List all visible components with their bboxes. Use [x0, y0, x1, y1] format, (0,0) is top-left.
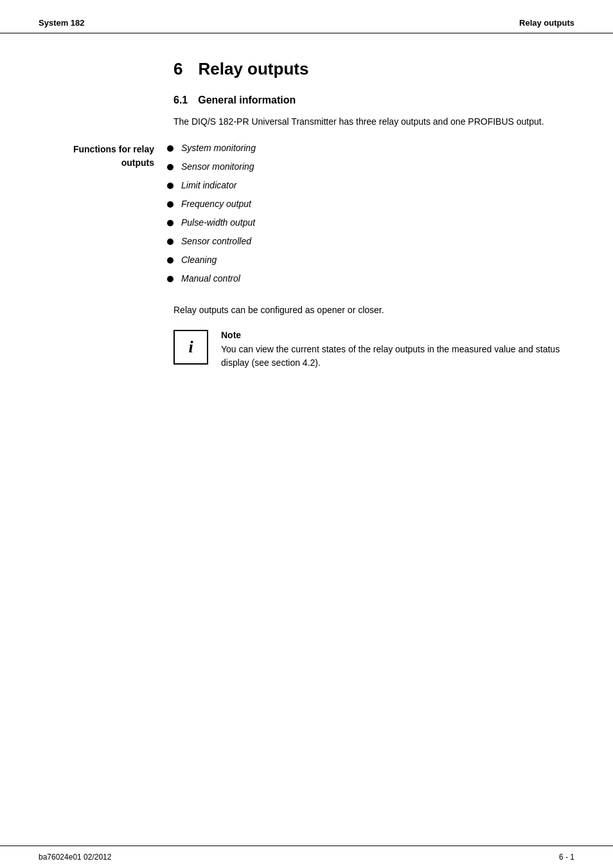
list-item: Cleaning — [167, 253, 574, 267]
bullet-item-text: Cleaning — [181, 253, 217, 267]
bullet-dot-icon — [167, 257, 173, 264]
bullet-dot-icon — [167, 220, 173, 226]
page-footer: ba76024e01 02/2012 6 - 1 — [0, 845, 613, 868]
relay-config-text: Relay outputs can be configured as opene… — [39, 303, 574, 317]
page-container: System 182 Relay outputs 6Relay outputs … — [0, 0, 613, 868]
bullet-item-text: Pulse-width output — [181, 216, 255, 230]
section-title: 6.1General information — [39, 95, 574, 106]
bullet-dot-icon — [167, 239, 173, 245]
bullet-dot-icon — [167, 145, 173, 152]
functions-section: Functions for relay outputs System monit… — [39, 141, 574, 291]
bullet-item-text: Frequency output — [181, 197, 251, 211]
note-title: Note — [221, 330, 574, 340]
header-left: System 182 — [39, 18, 85, 28]
bullet-item-text: Sensor controlled — [181, 235, 251, 248]
list-item: Sensor monitoring — [167, 160, 574, 174]
bullet-item-text: Limit indicator — [181, 179, 236, 192]
list-item: Manual control — [167, 272, 574, 285]
bullet-item-text: Manual control — [181, 272, 240, 285]
footer-right: 6 - 1 — [559, 853, 574, 862]
intro-text: The DIQ/S 182-PR Universal Transmitter h… — [39, 115, 574, 129]
header-right: Relay outputs — [519, 18, 574, 28]
main-content: 6Relay outputs 6.1General information Th… — [0, 33, 613, 395]
bullet-dot-icon — [167, 201, 173, 208]
page-header: System 182 Relay outputs — [0, 0, 613, 33]
list-item: Sensor controlled — [167, 235, 574, 248]
note-content: Note You can view the current states of … — [221, 330, 574, 370]
chapter-title: 6Relay outputs — [39, 59, 574, 79]
note-body: You can view the current states of the r… — [221, 343, 574, 370]
bullet-item-text: Sensor monitoring — [181, 160, 254, 174]
bullet-list-container: System monitoringSensor monitoringLimit … — [167, 141, 574, 291]
bullet-dot-icon — [167, 183, 173, 189]
chapter-title-text: Relay outputs — [198, 59, 308, 78]
section-number: 6.1 — [173, 95, 188, 105]
bullet-item-text: System monitoring — [181, 141, 256, 155]
functions-label: Functions for relay outputs — [39, 141, 167, 291]
bullet-dot-icon — [167, 276, 173, 282]
note-section: i Note You can view the current states o… — [39, 330, 574, 370]
section-title-text: General information — [198, 95, 296, 105]
footer-left: ba76024e01 02/2012 — [39, 853, 111, 862]
list-item: System monitoring — [167, 141, 574, 155]
bullet-list: System monitoringSensor monitoringLimit … — [167, 141, 574, 285]
note-icon: i — [173, 330, 208, 365]
bullet-dot-icon — [167, 164, 173, 170]
list-item: Pulse-width output — [167, 216, 574, 230]
chapter-number: 6 — [173, 59, 182, 78]
list-item: Frequency output — [167, 197, 574, 211]
list-item: Limit indicator — [167, 179, 574, 192]
